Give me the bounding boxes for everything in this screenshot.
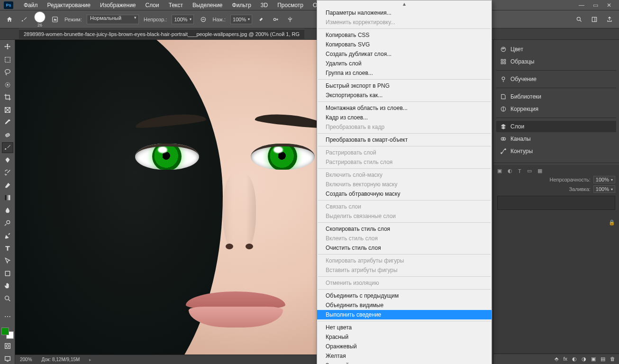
panel-tab-каналы[interactable]: Каналы — [496, 133, 616, 145]
close-icon[interactable]: ✕ — [607, 2, 611, 9]
home-icon[interactable] — [5, 15, 14, 24]
ctx-item[interactable]: Параметры наложения... — [317, 8, 492, 18]
menu-file[interactable]: Файл — [19, 0, 43, 10]
menu-text[interactable]: Текст — [164, 0, 188, 10]
panel-tab-контуры[interactable]: Контуры — [496, 146, 616, 157]
dodge-tool-icon[interactable] — [2, 218, 13, 228]
panel-tab-обучение[interactable]: Обучение — [496, 73, 616, 85]
layer-opacity-value[interactable]: 100%▾ — [593, 176, 615, 183]
filter-type-icon[interactable]: T — [518, 168, 521, 174]
ctx-item[interactable]: Удалить слой — [317, 59, 492, 68]
lock-icon[interactable]: 🔒 — [609, 219, 615, 225]
search-icon[interactable] — [574, 15, 584, 24]
ctx-item[interactable]: Скопировать стиль слоя — [317, 224, 492, 234]
ctx-item[interactable]: Красный — [317, 332, 492, 342]
move-tool-icon[interactable] — [2, 42, 13, 53]
panel-tab-коррекция[interactable]: Коррекция — [496, 103, 616, 115]
pressure-opacity-icon[interactable] — [199, 15, 208, 24]
ctx-item[interactable]: Экспортировать как... — [317, 91, 492, 100]
filter-shape-icon[interactable]: ▭ — [527, 168, 532, 174]
ctx-item[interactable]: Преобразовать в смарт-объект — [317, 135, 492, 145]
brush-preview-icon[interactable] — [34, 11, 46, 23]
quickmask-icon[interactable] — [2, 341, 13, 352]
menu-select[interactable]: Выделение — [188, 0, 228, 10]
crop-tool-icon[interactable] — [2, 92, 13, 103]
ctx-item[interactable]: Оранжевый — [317, 342, 492, 351]
blur-tool-icon[interactable] — [2, 205, 13, 216]
menu-layers[interactable]: Слои — [141, 0, 164, 10]
foreground-color-swatch[interactable] — [1, 328, 9, 335]
symmetry-icon[interactable] — [285, 15, 295, 24]
airbrush-icon[interactable] — [257, 15, 266, 24]
healing-tool-icon[interactable] — [2, 130, 13, 141]
ctx-item[interactable]: Копировать SVG — [317, 40, 492, 49]
minimize-icon[interactable]: — — [579, 2, 584, 9]
eraser-tool-icon[interactable] — [2, 180, 13, 191]
new-layer-icon[interactable]: ▤ — [601, 356, 605, 362]
share-icon[interactable] — [605, 15, 614, 24]
trash-icon[interactable]: 🗑 — [610, 356, 615, 362]
group-icon[interactable]: ▣ — [591, 356, 596, 362]
menu-scroll-up-icon[interactable]: ▴ — [317, 1, 492, 8]
eyedropper-tool-icon[interactable] — [2, 117, 13, 128]
ctx-item[interactable]: Кадр из слоев... — [317, 113, 492, 122]
ctx-item[interactable]: Желтая — [317, 351, 492, 361]
opacity-value[interactable]: 100%▾ — [172, 15, 193, 24]
frame-tool-icon[interactable] — [2, 105, 13, 116]
history-brush-tool-icon[interactable] — [2, 167, 13, 178]
panel-tab-цвет[interactable]: Цвет — [496, 44, 616, 55]
maximize-icon[interactable]: ▭ — [593, 2, 598, 9]
clone-tool-icon[interactable] — [2, 155, 13, 166]
menu-view[interactable]: Просмотр — [273, 0, 308, 10]
more-tools-icon[interactable]: ⋯ — [2, 311, 13, 322]
zoom-level[interactable]: 200% — [20, 357, 32, 362]
lasso-tool-icon[interactable] — [2, 67, 13, 78]
layer-mask-icon[interactable]: ◐ — [572, 356, 577, 362]
filter-pixel-icon[interactable]: ▣ — [497, 168, 502, 174]
ctx-item[interactable]: Объединить видимые — [317, 300, 492, 310]
menu-image[interactable]: Изображение — [95, 0, 141, 10]
blend-mode-select[interactable]: Нормальный — [87, 15, 139, 24]
path-select-tool-icon[interactable] — [2, 255, 13, 266]
screenmode-icon[interactable] — [2, 354, 13, 364]
menu-filter[interactable]: Фильтр — [228, 0, 256, 10]
pressure-size-icon[interactable] — [271, 15, 281, 24]
ctx-item[interactable]: Нет цвета — [317, 323, 492, 332]
gradient-tool-icon[interactable] — [2, 192, 13, 203]
ctx-item[interactable]: Создать дубликат слоя... — [317, 49, 492, 59]
adjustment-layer-icon[interactable]: ◑ — [582, 356, 586, 362]
panel-tab-образцы[interactable]: Образцы — [496, 56, 616, 67]
ctx-item[interactable]: Зеленый — [317, 361, 492, 364]
filter-smart-icon[interactable]: ▦ — [537, 168, 542, 174]
layer-fill-value[interactable]: 100%▾ — [593, 185, 615, 193]
ctx-item[interactable]: Копировать CSS — [317, 30, 492, 40]
panel-tab-библиотеки[interactable]: Библиотеки — [496, 91, 616, 102]
menu-3d[interactable]: 3D — [256, 0, 273, 10]
workspace-icon[interactable] — [590, 15, 599, 24]
layer-fx-icon[interactable]: fx — [563, 356, 567, 362]
layer-context-menu[interactable]: ▴ Параметры наложения...Изменить коррект… — [317, 0, 492, 364]
quick-select-tool-icon[interactable] — [2, 80, 13, 91]
color-swatches[interactable] — [1, 328, 14, 339]
marquee-tool-icon[interactable] — [2, 55, 13, 65]
flow-value[interactable]: 100%▾ — [230, 15, 252, 24]
document-tab[interactable]: 2898989-women-brunette-face-juicy-lips-b… — [19, 29, 304, 39]
brush-tool-icon[interactable] — [2, 142, 13, 153]
menu-edit[interactable]: Редактирование — [43, 0, 95, 10]
ctx-item[interactable]: Монтажная область из слоев... — [317, 103, 492, 113]
zoom-tool-icon[interactable] — [2, 293, 13, 304]
brush-tool-icon[interactable] — [19, 14, 29, 25]
brush-panel-icon[interactable] — [50, 15, 60, 24]
ctx-item[interactable]: Создать обтравочную маску — [317, 189, 492, 199]
ctx-item[interactable]: Выполнить сведение — [317, 310, 492, 319]
layer-row-placeholder[interactable] — [497, 196, 615, 210]
link-layers-icon[interactable]: ⬘ — [555, 356, 558, 362]
ctx-item[interactable]: Объединить с предыдущим — [317, 291, 492, 300]
ctx-item[interactable]: Быстрый экспорт в PNG — [317, 81, 492, 91]
ctx-item[interactable]: Очистить стиль слоя — [317, 243, 492, 253]
hand-tool-icon[interactable] — [2, 281, 13, 291]
pen-tool-icon[interactable] — [2, 230, 13, 241]
panel-tab-слои[interactable]: Слои — [496, 121, 616, 132]
ctx-item[interactable]: Группа из слоев... — [317, 68, 492, 78]
shape-tool-icon[interactable] — [2, 268, 13, 279]
